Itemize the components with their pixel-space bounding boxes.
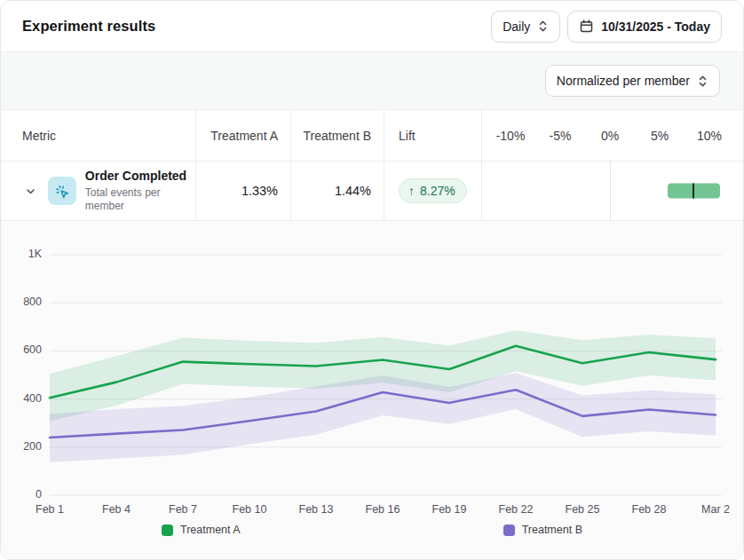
- lift-axis-tick: -10%: [496, 129, 526, 143]
- chevrons-up-down-icon: [697, 75, 708, 88]
- legend-color-chip: [503, 525, 515, 536]
- metric-subtitle: Total events per member: [85, 186, 195, 213]
- cursor-click-icon: [48, 177, 76, 205]
- legend-color-chip: [162, 525, 173, 536]
- chevrons-up-down-icon: [537, 20, 549, 33]
- x-axis-tick-label: Feb 1: [25, 503, 75, 516]
- column-header-treatment-a: Treatment A: [196, 110, 291, 161]
- arrow-up-icon: ↑: [408, 184, 415, 198]
- x-axis-tick-label: Mar 2: [691, 503, 740, 516]
- column-header-lift: Lift: [384, 110, 482, 161]
- lift-range-viz: [482, 162, 743, 220]
- y-axis-tick-label: 200: [4, 440, 42, 453]
- column-header-metric: Metric: [1, 110, 196, 161]
- header-bar: Experiment results Daily: [1, 1, 743, 52]
- lift-axis-header: -10%-5%0%5%10%: [482, 110, 743, 161]
- lift-zero-gridline: [610, 162, 611, 220]
- legend-item-treatment-a[interactable]: Treatment A: [162, 524, 241, 536]
- date-range-button[interactable]: 10/31/2025 - Today: [567, 11, 722, 43]
- y-axis-tick-label: 400: [4, 392, 42, 405]
- calendar-icon: [579, 19, 594, 34]
- results-table-header: Metric Treatment A Treatment B Lift -10%…: [1, 110, 743, 161]
- normalization-select-label: Normalized per member: [557, 74, 690, 88]
- lift-badge: ↑ 8.27%: [399, 178, 467, 203]
- x-axis-tick-label: Feb 16: [358, 503, 408, 516]
- lift-axis-tick: -5%: [550, 129, 572, 143]
- legend-item-treatment-b[interactable]: Treatment B: [503, 524, 582, 536]
- metric-cell[interactable]: Order Completed Total events per member: [1, 162, 196, 220]
- x-axis-tick-label: Feb 4: [91, 503, 141, 516]
- lift-cell: ↑ 8.27%: [384, 162, 482, 220]
- x-axis-tick-label: Feb 13: [291, 503, 341, 516]
- y-axis-tick-label: 1K: [4, 248, 42, 260]
- legend-label: Treatment B: [522, 524, 582, 536]
- x-axis-tick-label: Feb 25: [558, 503, 607, 516]
- x-axis-tick-label: Feb 10: [225, 503, 274, 516]
- legend-label: Treatment A: [180, 524, 241, 536]
- normalization-select[interactable]: Normalized per member: [545, 65, 720, 97]
- chevron-down-icon[interactable]: [22, 182, 39, 200]
- y-axis-tick-label: 0: [4, 488, 42, 501]
- granularity-select-label: Daily: [503, 20, 530, 34]
- y-axis-tick-label: 600: [4, 343, 42, 356]
- filter-bar: Normalized per member: [1, 52, 743, 110]
- x-axis-tick-label: Feb 28: [624, 503, 674, 516]
- x-axis-tick-label: Feb 7: [158, 503, 208, 516]
- lift-value: 8.27%: [420, 184, 455, 198]
- metric-name: Order Completed: [85, 169, 195, 185]
- header-controls: Daily 10/31/2025 - T: [491, 11, 722, 43]
- metric-row[interactable]: Order Completed Total events per member …: [1, 161, 743, 221]
- chart-legend: Treatment ATreatment B: [1, 524, 743, 536]
- experiment-timeseries-chart: 1K8006004002000 Feb 1Feb 4Feb 7Feb 10Feb…: [1, 221, 743, 560]
- page-title: Experiment results: [22, 18, 155, 35]
- treatment-b-value: 1.44%: [291, 162, 384, 220]
- x-axis-tick-label: Feb 19: [424, 503, 474, 516]
- granularity-select[interactable]: Daily: [491, 11, 560, 43]
- date-range-label: 10/31/2025 - Today: [601, 20, 710, 34]
- lift-axis-tick: 0%: [601, 129, 619, 143]
- lift-axis-tick: 5%: [651, 129, 669, 143]
- lift-point-marker: [693, 184, 695, 199]
- x-axis-tick-label: Feb 22: [491, 503, 541, 516]
- column-header-treatment-b: Treatment B: [291, 110, 384, 161]
- y-axis-tick-label: 800: [4, 296, 42, 308]
- experiment-results-card: Experiment results Daily: [0, 0, 744, 560]
- lift-axis-tick: 10%: [697, 129, 722, 143]
- treatment-a-value: 1.33%: [196, 162, 291, 220]
